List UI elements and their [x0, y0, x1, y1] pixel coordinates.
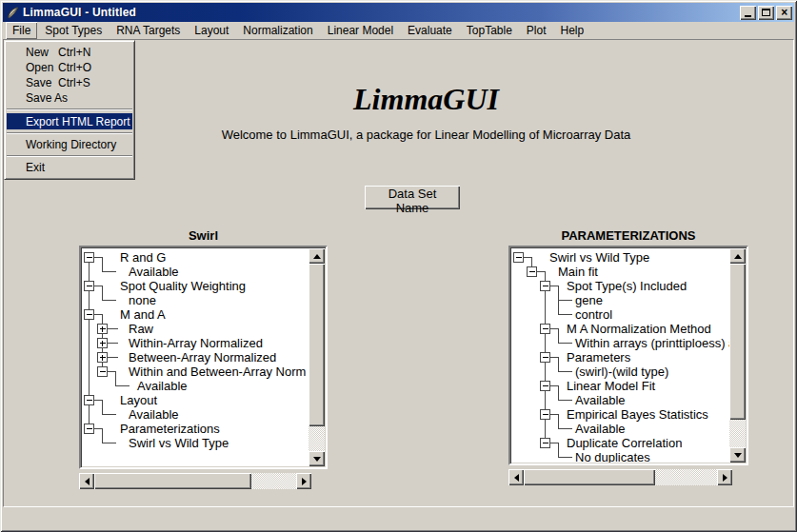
menu-normalization[interactable]: Normalization: [236, 22, 319, 39]
menubar: FileSpot TypesRNA TargetsLayoutNormaliza…: [3, 22, 794, 39]
menu-item-accelerator: Ctrl+O: [58, 61, 91, 74]
scroll-up-button[interactable]: [729, 248, 746, 264]
titlebar[interactable]: LimmaGUI - Untitled: [3, 3, 794, 22]
menu-rna-targets[interactable]: RNA Targets: [110, 22, 187, 39]
right-tree-viewport[interactable]: genecontrolSpot Type(s) IncludedWithin a…: [511, 248, 729, 463]
tree-node-label[interactable]: Available: [575, 422, 626, 436]
scrollbar-thumb[interactable]: [94, 473, 251, 489]
file-menu-item-exit[interactable]: Exit: [5, 160, 134, 175]
tree-node-label[interactable]: M and A: [120, 307, 166, 322]
scrollbar-thumb[interactable]: [309, 264, 325, 426]
tree-node-label[interactable]: Duplicate Correlation: [567, 436, 682, 450]
menu-layout[interactable]: Layout: [188, 22, 235, 39]
tree-node-label[interactable]: Within-Array Normalized: [129, 336, 263, 350]
left-tree-panel: AvailableR and GnoneSpot Quality Weighti…: [79, 246, 328, 469]
tree-node-label[interactable]: Linear Model Fit: [567, 379, 656, 393]
maximize-button[interactable]: [758, 6, 774, 20]
right-tree-panel: genecontrolSpot Type(s) IncludedWithin a…: [508, 246, 748, 465]
scrollbar-thumb[interactable]: [729, 264, 746, 420]
menu-separator: [7, 108, 132, 110]
tree-node-label[interactable]: Parameterizations: [120, 422, 220, 436]
scroll-down-button[interactable]: [729, 447, 746, 463]
scroll-right-button[interactable]: [717, 469, 732, 485]
app-window: LimmaGUI - Untitled FileSpot TypesRNA Ta…: [0, 0, 797, 532]
scroll-down-button[interactable]: [309, 451, 325, 466]
menu-spot-types[interactable]: Spot Types: [38, 22, 109, 39]
menu-item-accelerator: Ctrl+S: [58, 76, 90, 89]
file-menu-item-new[interactable]: NewCtrl+N: [5, 45, 134, 60]
window-title: LimmaGUI - Untitled: [23, 6, 136, 19]
tree-node-label[interactable]: none: [129, 293, 156, 307]
tree-node-label[interactable]: Within arrays (printtiploess) a: [575, 336, 729, 350]
up-arrow-icon: [734, 254, 742, 259]
scrollbar-track[interactable]: [94, 473, 296, 489]
tree-node-label[interactable]: control: [575, 307, 612, 322]
file-menu: NewCtrl+NOpenCtrl+OSaveCtrl+SSave AsExpo…: [4, 40, 135, 180]
scroll-left-button[interactable]: [508, 469, 524, 485]
menu-file[interactable]: File: [6, 22, 37, 39]
tree-node-label[interactable]: Raw: [129, 322, 154, 336]
minimize-button[interactable]: [740, 6, 756, 20]
right-vertical-scrollbar[interactable]: [729, 248, 746, 463]
menu-item-label: Save: [26, 76, 58, 89]
tree-node-label[interactable]: Empirical Bayes Statistics: [567, 407, 708, 422]
scroll-up-button[interactable]: [309, 248, 325, 264]
menu-item-label: Working Directory: [26, 138, 116, 151]
tree-node-label[interactable]: Spot Type(s) Included: [567, 279, 687, 293]
file-menu-item-export-html-report[interactable]: Export HTML Report: [7, 113, 132, 129]
tree-node-label[interactable]: No duplicates: [575, 450, 650, 463]
menu-help[interactable]: Help: [554, 22, 591, 39]
right-horizontal-scrollbar[interactable]: [508, 469, 732, 485]
scrollbar-track[interactable]: [524, 469, 717, 485]
close-button[interactable]: [776, 6, 792, 20]
menu-linear-model[interactable]: Linear Model: [321, 22, 400, 39]
scrollbar-track[interactable]: [729, 264, 746, 447]
menu-toptable[interactable]: TopTable: [460, 22, 519, 39]
tree-node-label[interactable]: Swirl vs Wild Type: [129, 436, 229, 450]
tree-node-label[interactable]: Within and Between-Array Norm: [129, 365, 306, 379]
tk-feather-icon: [6, 6, 20, 20]
tree-node-label[interactable]: Layout: [120, 393, 157, 407]
tree-node-label[interactable]: Between-Array Normalized: [129, 350, 276, 365]
data-set-name-button[interactable]: Data Set Name: [365, 186, 460, 209]
tree-node-label[interactable]: Available: [129, 265, 179, 279]
maximize-icon: [762, 9, 770, 16]
file-menu-item-working-directory[interactable]: Working Directory: [5, 137, 134, 152]
tree-node-label[interactable]: Available: [137, 379, 188, 393]
menu-plot[interactable]: Plot: [520, 22, 553, 39]
left-tree-viewport[interactable]: AvailableR and GnoneSpot Quality Weighti…: [82, 248, 309, 466]
tree-node-label[interactable]: (swirl)-(wild type): [575, 365, 668, 379]
left-horizontal-scrollbar[interactable]: [79, 473, 311, 489]
right-tree-canvas: genecontrolSpot Type(s) IncludedWithin a…: [511, 248, 729, 463]
menu-item-label: New: [26, 46, 58, 59]
scrollbar-track[interactable]: [309, 264, 325, 451]
file-menu-item-save-as[interactable]: Save As: [5, 90, 134, 106]
left-vertical-scrollbar[interactable]: [309, 248, 325, 466]
right-arrow-icon: [302, 478, 307, 485]
left-tree-title: Swirl: [79, 228, 328, 243]
tree-node-label[interactable]: Parameters: [567, 350, 631, 365]
tree-node-label[interactable]: Available: [129, 407, 179, 422]
scroll-right-button[interactable]: [296, 473, 311, 489]
file-menu-item-save[interactable]: SaveCtrl+S: [5, 75, 134, 90]
menu-evaluate[interactable]: Evaluate: [401, 22, 459, 39]
tree-node-label[interactable]: Swirl vs Wild Type: [549, 250, 649, 265]
tree-node-label[interactable]: M A Normalization Method: [567, 322, 711, 336]
tree-node-label[interactable]: gene: [575, 293, 603, 307]
left-tree-canvas: AvailableR and GnoneSpot Quality Weighti…: [82, 248, 309, 466]
left-arrow-icon: [85, 478, 90, 485]
file-menu-item-open[interactable]: OpenCtrl+O: [5, 60, 134, 75]
bottom-strip: [3, 508, 794, 529]
tree-node-label[interactable]: R and G: [120, 250, 166, 265]
window-controls: [740, 6, 792, 20]
menu-item-label: Open: [26, 61, 58, 74]
close-icon: [781, 7, 787, 19]
scroll-left-button[interactable]: [79, 473, 94, 489]
tree-node-label[interactable]: Main fit: [558, 265, 598, 279]
scrollbar-thumb[interactable]: [524, 469, 655, 485]
tree-node-label[interactable]: Available: [575, 393, 626, 407]
down-arrow-icon: [313, 457, 321, 462]
tree-node-label[interactable]: Spot Quality Weighting: [120, 279, 246, 293]
left-arrow-icon: [514, 474, 519, 482]
menu-item-label: Export HTML Report: [26, 115, 130, 128]
